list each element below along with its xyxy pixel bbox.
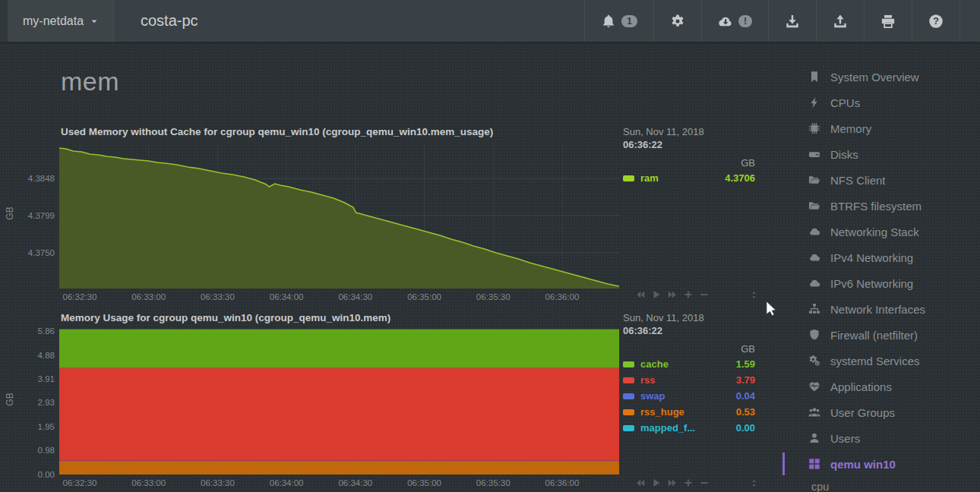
chart-play-button[interactable] — [651, 289, 662, 300]
chart-plus-button[interactable] — [683, 289, 694, 300]
legend-series-value: 4.3706 — [725, 172, 757, 184]
y-tick-label: 2.93 — [38, 398, 55, 408]
sidebar-item-label: User Groups — [830, 406, 895, 419]
windows-icon — [807, 458, 821, 470]
chip-icon — [807, 122, 821, 134]
chart-resize-button[interactable] — [750, 290, 758, 300]
chart-title: Used Memory without Cache for cgroup qem… — [61, 126, 493, 137]
cloud-sync-button[interactable]: ! — [701, 0, 768, 42]
chart-resize-button[interactable] — [750, 478, 758, 488]
sidebar-item-networking-stack[interactable]: Networking Stack — [782, 219, 978, 244]
sidebar-item-label: Users — [830, 432, 860, 445]
sidebar-item-cpus[interactable]: CPUs — [782, 90, 978, 115]
x-tick-label: 06:33:30 — [201, 292, 235, 301]
my-netdata-menu[interactable]: my-netdata — [8, 0, 114, 42]
settings-button[interactable] — [653, 0, 701, 42]
top-bar: my-netdata costa-pc 1!? — [0, 0, 980, 43]
sidebar-subitem-cpu[interactable]: cpu — [782, 477, 978, 492]
x-tick-label: 06:35:30 — [476, 478, 511, 487]
legend-rows: cache1.59rss3.79swap0.04rss_huge0.53mapp… — [623, 356, 757, 436]
legend-row-rss[interactable]: rss3.79 — [623, 372, 757, 388]
chart-fast-forward-button[interactable] — [667, 478, 678, 488]
y-tick-label: 4.3750 — [28, 248, 55, 258]
sidebar-item-qemu-win10[interactable]: qemu win10 — [782, 451, 978, 477]
sidebar-item-ipv6-networking[interactable]: IPv6 Networking — [782, 270, 978, 296]
x-tick-label: 06:36:00 — [545, 478, 580, 487]
x-axis: 06:32:3006:33:0006:33:3006:34:0006:34:30… — [59, 292, 619, 303]
sidebar-item-nfs-client[interactable]: NFS Client — [782, 167, 978, 193]
cloud-icon — [807, 251, 821, 263]
sidebar-item-users[interactable]: Users — [782, 425, 978, 451]
sidebar-item-user-groups[interactable]: User Groups — [782, 399, 978, 425]
sidebar-item-memory[interactable]: Memory — [782, 115, 978, 141]
x-tick-label: 06:33:30 — [201, 478, 235, 487]
legend-date: Sun, Nov 11, 2018 — [623, 126, 757, 137]
legend-row-swap[interactable]: swap0.04 — [623, 388, 757, 404]
legend-row-rss-huge[interactable]: rss_huge0.53 — [623, 404, 757, 420]
legend-date: Sun, Nov 11, 2018 — [623, 312, 757, 323]
y-tick-label: 4.3848 — [28, 174, 55, 184]
chart-fast-forward-button[interactable] — [667, 289, 678, 300]
legend-time: 06:36:22 — [623, 139, 757, 150]
topbar-left-strip — [0, 0, 8, 42]
bolt-icon — [807, 96, 821, 109]
legend-unit: GB — [741, 343, 755, 355]
gear-icon — [670, 14, 685, 29]
disk-icon — [807, 148, 821, 160]
cloud-icon — [807, 277, 821, 289]
export-button[interactable] — [816, 0, 864, 42]
sidebar-item-label: BTRFS filesystem — [830, 200, 922, 213]
sidebar-item-label: Disks — [830, 148, 858, 161]
sidebar-item-network-interfaces[interactable]: Network Interfaces — [782, 296, 978, 322]
chart-play-button[interactable] — [651, 478, 662, 488]
sidebar-item-label: System Overview — [830, 71, 919, 84]
cloud-download-icon — [718, 14, 733, 29]
sidebar-item-firewall-netfilter[interactable]: Firewall (netfilter) — [782, 322, 978, 348]
x-tick-label: 06:35:30 — [476, 292, 511, 301]
legend-series-name: rss — [640, 374, 736, 386]
export-icon — [833, 14, 848, 29]
cloud-icon — [807, 226, 821, 238]
chart-rewind-button[interactable] — [635, 478, 646, 488]
chart-minus-button[interactable] — [699, 478, 710, 488]
sidebar-item-systemd-services[interactable]: systemd Services — [782, 348, 978, 374]
chart-rewind-button[interactable] — [635, 289, 646, 300]
shield-icon — [807, 329, 821, 341]
x-tick-label: 06:34:00 — [270, 478, 304, 487]
legend-series-value: 3.79 — [736, 374, 757, 386]
print-button[interactable] — [864, 0, 912, 42]
sidebar-item-applications[interactable]: Applications — [782, 374, 978, 399]
legend-swatch — [623, 377, 634, 383]
chart-plus-button[interactable] — [683, 478, 694, 488]
chart-legend: Sun, Nov 11, 2018 06:36:22 GB cache1.59r… — [623, 312, 757, 336]
legend-row-mapped-f-[interactable]: mapped_f...0.00 — [623, 420, 757, 436]
x-tick-label: 06:35:00 — [407, 478, 441, 487]
chart-minus-button[interactable] — [699, 289, 710, 300]
sidebar-item-btrfs-filesystem[interactable]: BTRFS filesystem — [782, 193, 978, 219]
plot-area[interactable] — [59, 143, 619, 289]
caret-down-icon — [90, 17, 98, 25]
sidebar-item-label: Applications — [830, 380, 892, 393]
y-tick-label: 5.86 — [38, 326, 55, 336]
svg-text:?: ? — [933, 16, 939, 27]
x-axis: 06:32:3006:33:0006:33:3006:34:0006:34:30… — [59, 478, 619, 489]
x-tick-label: 06:34:00 — [270, 292, 304, 301]
legend-series-value: 0.00 — [736, 422, 757, 434]
legend-series-name: ram — [640, 172, 725, 184]
legend-row-cache[interactable]: cache1.59 — [623, 356, 757, 372]
sidebar-item-system-overview[interactable]: System Overview — [782, 64, 978, 90]
legend-swatch — [623, 425, 634, 431]
import-button[interactable] — [768, 0, 816, 42]
plot-area[interactable] — [59, 329, 619, 475]
sidebar-item-ipv4-networking[interactable]: IPv4 Networking — [782, 244, 978, 270]
alarms-button[interactable]: 1 — [584, 0, 653, 42]
netdata-dashboard: my-netdata costa-pc 1!? mem Used Memory … — [0, 0, 980, 492]
x-tick-label: 06:34:30 — [338, 292, 372, 301]
legend-row-ram[interactable]: ram4.3706 — [623, 170, 757, 186]
sidebar-item-disks[interactable]: Disks — [782, 141, 978, 167]
x-tick-label: 06:36:00 — [545, 292, 580, 301]
help-button[interactable]: ? — [912, 0, 960, 42]
legend-swatch — [623, 409, 634, 415]
topbar-actions: 1!? — [584, 0, 960, 42]
legend-series-name: swap — [640, 390, 736, 402]
